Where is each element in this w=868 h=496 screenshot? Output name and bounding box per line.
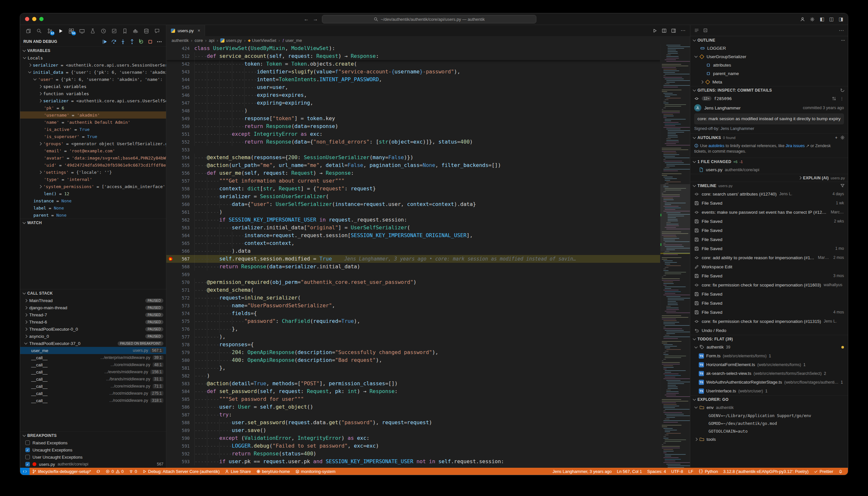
breakpoint-gutter[interactable] bbox=[166, 208, 175, 216]
gutter[interactable]: 560 bbox=[166, 200, 194, 208]
go-env-var[interactable]: GOENV=~/Library/Application Support/go/e… bbox=[690, 412, 848, 419]
gutter[interactable]: 551 bbox=[166, 130, 194, 138]
variable-row[interactable]: Locals bbox=[20, 54, 166, 61]
toggle-panel-icon[interactable]: ◫ bbox=[830, 16, 834, 22]
list-icon[interactable] bbox=[694, 28, 699, 33]
variable-row[interactable]: 'email' = 'root@example.com' bbox=[20, 147, 166, 154]
gutter[interactable]: 545 bbox=[166, 83, 194, 91]
breadcrumb-item[interactable]: authentik bbox=[171, 38, 189, 43]
breakpoint-row[interactable]: User Uncaught Exceptions bbox=[20, 453, 166, 461]
todo-item[interactable]: TSWebAuthnAuthenticatorRegisterStage.ts(… bbox=[690, 378, 848, 387]
variable-row[interactable]: initial_data = {'user': {'pk': 6, 'usern… bbox=[20, 68, 166, 76]
go-tools-row[interactable]: tools bbox=[690, 435, 848, 444]
status-item-eol[interactable]: LF bbox=[686, 468, 696, 475]
variable-row[interactable]: 'system_permissions' = ['access_admin_in… bbox=[20, 183, 166, 190]
timeline-item[interactable]: File Saved4 mos bbox=[690, 308, 848, 317]
code-line[interactable]: 570@permission_required(obj_perm="authen… bbox=[166, 278, 690, 286]
variable-row[interactable]: len() = 12 bbox=[20, 190, 166, 197]
outline-item[interactable]: UserGroupSerializer bbox=[690, 52, 848, 61]
status-item-sync[interactable] bbox=[94, 468, 103, 475]
timeline-item[interactable]: File Saved bbox=[690, 298, 848, 308]
sticky-line[interactable]: 424class UserViewSet(UsedByMixin, ModelV… bbox=[166, 45, 690, 52]
autolink-link[interactable]: Jira issues bbox=[786, 143, 805, 148]
gutter[interactable]: 575 bbox=[166, 317, 194, 325]
autolink-link[interactable]: autolinks bbox=[709, 143, 725, 148]
stack-frame[interactable]: __call__.../enterprise/middleware.py39:1 bbox=[20, 354, 166, 361]
zoom-window-button[interactable] bbox=[39, 17, 44, 21]
code-editor[interactable]: 542token: Token = Token.objects.create(5… bbox=[166, 45, 690, 468]
gutter[interactable]: 562 bbox=[166, 216, 194, 224]
code-line[interactable]: 577), bbox=[166, 333, 690, 341]
files-changed-section-header[interactable]: 1 FILE CHANGED +6 -1 bbox=[690, 157, 848, 165]
breakpoint-gutter[interactable] bbox=[166, 302, 175, 310]
gutter[interactable]: 424 bbox=[166, 45, 194, 52]
debug-restart-button[interactable] bbox=[137, 38, 144, 45]
breakpoint-gutter[interactable] bbox=[166, 434, 175, 442]
gutter[interactable]: 549 bbox=[166, 115, 194, 122]
timeline-item[interactable]: core: fix permission check for scoped im… bbox=[690, 317, 848, 326]
thread-row[interactable]: Thread-7PAUSED bbox=[20, 311, 166, 318]
code-line[interactable]: 579204: OpenApiResponse(description="Suc… bbox=[166, 348, 690, 356]
thread-row[interactable]: Thread-6PAUSED bbox=[20, 318, 166, 325]
variable-row[interactable]: 'is_active' = True bbox=[20, 126, 166, 133]
breakpoint-gutter[interactable] bbox=[166, 154, 175, 161]
outline-section-header[interactable]: OUTLINE ⋯ bbox=[690, 36, 848, 44]
gutter[interactable]: 581 bbox=[166, 364, 194, 372]
code-line[interactable]: 586user: User = self.get_object() bbox=[166, 403, 690, 411]
activity-item-explorer[interactable] bbox=[24, 27, 32, 35]
explorer-go-section-header[interactable]: EXPLORER: GO bbox=[690, 395, 848, 403]
gutter[interactable]: 561 bbox=[166, 208, 194, 216]
refresh-icon[interactable] bbox=[840, 88, 845, 93]
status-item-notifications[interactable] bbox=[836, 468, 845, 475]
breakpoint-gutter[interactable] bbox=[166, 419, 175, 427]
code-line[interactable]: 592return Response(status=400) bbox=[166, 450, 690, 458]
more-button[interactable]: ⋯ bbox=[681, 28, 685, 33]
breakpoint-gutter[interactable] bbox=[166, 232, 175, 239]
explain-ai-section-header[interactable]: EXPLAIN (AI) users.py bbox=[690, 174, 848, 182]
code-line[interactable]: 576}, bbox=[166, 325, 690, 333]
gutter[interactable]: 512 bbox=[166, 52, 194, 60]
timeline-item[interactable]: File Saved bbox=[690, 290, 848, 298]
activity-item-testing[interactable] bbox=[88, 27, 97, 35]
filter-icon[interactable] bbox=[840, 183, 845, 188]
thread-row[interactable]: ThreadPoolExecutor-37_0PAUSED ON BREAKPO… bbox=[20, 340, 166, 347]
code-line[interactable]: 562if SESSION_KEY_IMPERSONATE_USER in re… bbox=[166, 216, 690, 224]
gutter[interactable]: 590 bbox=[166, 434, 194, 442]
gutter[interactable]: 543 bbox=[166, 68, 194, 76]
gutter[interactable]: 552 bbox=[166, 138, 194, 146]
timeline-item[interactable]: File Saved bbox=[690, 235, 848, 244]
gutter[interactable]: 559 bbox=[166, 192, 194, 200]
close-tab-icon[interactable]: × bbox=[198, 28, 200, 33]
outline-item[interactable]: LOGGER bbox=[690, 44, 848, 52]
code-line[interactable]: 556def user_me(self, request: Request) →… bbox=[166, 169, 690, 177]
debug-step-into-button[interactable] bbox=[119, 38, 126, 45]
code-line[interactable]: 580400: OpenApiResponse(description="Bad… bbox=[166, 356, 690, 364]
gutter[interactable]: 546 bbox=[166, 91, 194, 99]
variable-row[interactable]: 'username' = 'akadmin' bbox=[20, 111, 166, 119]
breakpoint-gutter[interactable] bbox=[166, 239, 175, 247]
breakpoint-gutter[interactable] bbox=[166, 411, 175, 419]
code-line[interactable]: 549response["token"] = token.key bbox=[166, 115, 690, 122]
minimap[interactable] bbox=[660, 45, 690, 468]
variable-row[interactable]: 'type' = 'internal' bbox=[20, 176, 166, 183]
breakpoint-gutter[interactable] bbox=[166, 356, 175, 364]
code-line[interactable]: 568return Response(data=serializer.initi… bbox=[166, 263, 690, 270]
gutter[interactable]: 585 bbox=[166, 395, 194, 403]
add-autolink-icon[interactable]: + bbox=[835, 136, 837, 140]
variable-row[interactable]: 'pk' = 6 bbox=[20, 104, 166, 111]
breakpoint-gutter[interactable] bbox=[166, 278, 175, 286]
status-item-encoding[interactable]: UTF-8 bbox=[668, 468, 686, 475]
gutter[interactable]: 569 bbox=[166, 270, 194, 278]
breakpoints-section-header[interactable]: BREAKPOINTS bbox=[20, 431, 166, 439]
breakpoint-gutter[interactable] bbox=[166, 310, 175, 317]
gutter[interactable]: 563 bbox=[166, 224, 194, 232]
activity-item-database[interactable] bbox=[142, 27, 151, 35]
breadcrumb-item[interactable]: api bbox=[209, 38, 214, 43]
code-line[interactable]: 552return Response(data={"non_field_erro… bbox=[166, 138, 690, 146]
breakpoint-gutter[interactable] bbox=[166, 45, 175, 52]
breakpoint-gutter[interactable] bbox=[166, 341, 175, 348]
autolinks-section-header[interactable]: AUTOLINKS 0 found + bbox=[690, 134, 848, 141]
more-vertical-icon[interactable]: ⋮ bbox=[840, 96, 844, 101]
variable-row[interactable]: special variables bbox=[20, 83, 166, 90]
activity-item-gitlens[interactable] bbox=[99, 27, 108, 35]
